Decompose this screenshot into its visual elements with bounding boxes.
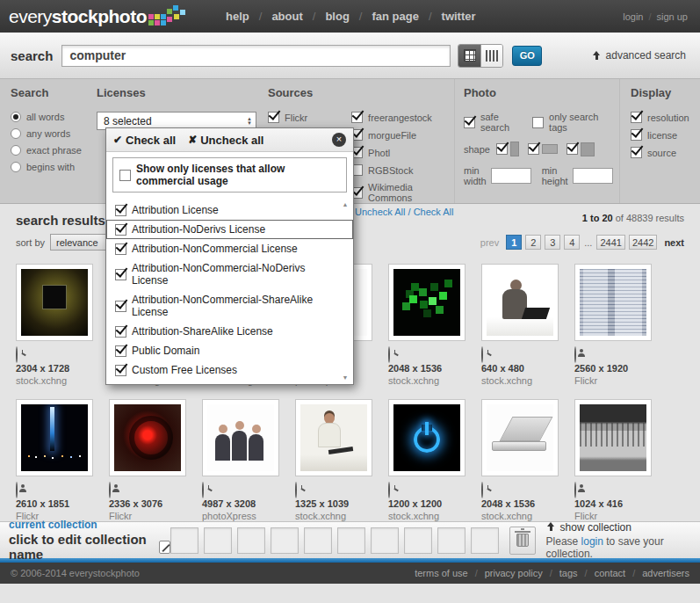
collection-slot[interactable] <box>271 527 299 554</box>
logo[interactable]: everystockphoto <box>9 3 189 31</box>
search-input[interactable] <box>61 45 451 67</box>
prev-page-button[interactable]: prev <box>480 237 499 248</box>
license-attribution-sharealike[interactable]: Attribution-ShareAlike License <box>106 322 353 341</box>
safe-search-checkbox[interactable]: safe search <box>464 112 523 133</box>
source-freerangestock[interactable]: freerangestock <box>351 112 454 123</box>
thumb-circuit-board <box>21 269 88 336</box>
license-list-scrollbar[interactable]: ▲ ▼ <box>340 201 350 381</box>
checkbox-icon <box>115 301 126 312</box>
collection-slot[interactable] <box>337 527 365 554</box>
footer-advertisers[interactable]: advertisers <box>642 568 689 578</box>
result-thumbnail[interactable] <box>574 399 652 476</box>
trash-button[interactable] <box>509 527 536 555</box>
portrait-shape-icon <box>510 142 519 156</box>
nav-twitter[interactable]: twitter <box>442 10 476 23</box>
check-all-button[interactable]: ✔Check all <box>113 134 176 147</box>
filter-display-title: Display <box>631 86 700 99</box>
pagination-ellipsis: ... <box>584 237 592 248</box>
shape-square-checkbox[interactable] <box>566 143 578 155</box>
advanced-search-icon <box>592 51 602 61</box>
radio-begins-with[interactable]: begins with <box>11 162 97 172</box>
close-icon[interactable]: × <box>332 133 346 147</box>
collection-slot[interactable] <box>404 527 432 554</box>
result-thumbnail[interactable] <box>388 399 465 476</box>
landscape-shape-icon <box>542 144 558 154</box>
page-button-4[interactable]: 4 <box>564 235 580 250</box>
result-thumbnail[interactable] <box>481 399 559 476</box>
license-attribution-noncommercial-sharealike[interactable]: Attribution-NonCommercial-ShareAlike Lic… <box>106 290 353 322</box>
source-flickr[interactable]: Flickr <box>268 112 351 123</box>
footer-links: terms of use privacy policy tags contact… <box>415 568 689 578</box>
radio-all-words[interactable]: all words <box>11 112 97 122</box>
advanced-search-link[interactable]: advanced search <box>592 49 686 62</box>
license-attribution-noderivs[interactable]: Attribution-NoDerivs License <box>106 220 353 239</box>
shape-portrait-checkbox[interactable] <box>496 143 508 155</box>
page-button-2442[interactable]: 2442 <box>629 235 657 250</box>
footer-privacy[interactable]: privacy policy <box>485 568 559 578</box>
license-attribution-noncommercial-noderivs[interactable]: Attribution-NonCommercial-NoDerivs Licen… <box>106 258 353 290</box>
source-morguefile[interactable]: morgueFile <box>351 129 454 141</box>
page-button-3[interactable]: 3 <box>545 235 560 250</box>
display-resolution-checkbox[interactable]: resolution <box>631 112 700 123</box>
next-page-button[interactable]: next <box>664 237 684 248</box>
min-width-input[interactable] <box>491 168 531 184</box>
footer-tags[interactable]: tags <box>559 568 595 578</box>
radio-any-words[interactable]: any words <box>11 128 97 139</box>
page-button-2441[interactable]: 2441 <box>596 235 624 250</box>
collection-slot[interactable] <box>371 527 399 554</box>
result-thumbnail[interactable] <box>202 399 279 476</box>
only-search-tags-checkbox[interactable]: only search tags <box>532 112 610 133</box>
edit-collection-name[interactable]: click to edit collection name <box>9 532 170 562</box>
signup-link[interactable]: sign up <box>657 11 688 22</box>
source-rgbstock[interactable]: RGBStock <box>351 164 454 176</box>
nav-help[interactable]: help <box>226 10 271 23</box>
shape-landscape-checkbox[interactable] <box>528 143 539 155</box>
footer-contact[interactable]: contact <box>595 568 643 578</box>
collection-slot[interactable] <box>204 527 232 554</box>
top-bar: everystockphoto help about blog fan page… <box>0 0 700 33</box>
scroll-up-icon[interactable]: ▲ <box>343 201 349 207</box>
radio-exact-phrase[interactable]: exact phrase <box>11 145 97 156</box>
commercial-only-checkbox[interactable]: Show only licenses that allow commercial… <box>112 157 347 193</box>
result-thumbnail[interactable] <box>295 399 372 476</box>
collection-slot[interactable] <box>170 527 198 554</box>
edit-pencil-icon[interactable] <box>159 541 170 554</box>
source-wikimedia-commons[interactable]: Wikimedia Commons <box>351 182 454 203</box>
nav-blog[interactable]: blog <box>325 10 372 23</box>
uncheck-all-button[interactable]: ✘Uncheck all <box>188 134 263 147</box>
login-link[interactable]: login <box>581 535 603 548</box>
show-collection-link[interactable]: show collection <box>546 521 691 534</box>
check-icon: ✔ <box>113 134 122 146</box>
footer-terms[interactable]: terms of use <box>415 568 485 578</box>
min-height-input[interactable] <box>573 168 613 184</box>
list-view-button[interactable] <box>480 45 502 67</box>
collection-slot[interactable] <box>237 527 265 554</box>
license-custom-free[interactable]: Custom Free Licenses <box>106 360 353 380</box>
scroll-down-icon[interactable]: ▼ <box>343 374 349 381</box>
result-thumbnail[interactable] <box>109 399 186 476</box>
checkbox-icon <box>631 147 642 158</box>
result-thumbnail[interactable] <box>481 264 559 341</box>
collection-slot[interactable] <box>304 527 332 554</box>
result-thumbnail[interactable] <box>16 399 93 476</box>
display-license-checkbox[interactable]: license <box>631 129 700 141</box>
license-attribution-noncommercial[interactable]: Attribution-NonCommercial License <box>106 239 353 258</box>
result-thumbnail[interactable] <box>388 264 465 341</box>
display-source-checkbox[interactable]: source <box>631 147 700 158</box>
login-link[interactable]: login <box>623 11 643 22</box>
thumb-business-team <box>207 404 274 471</box>
page-button-2[interactable]: 2 <box>525 235 541 250</box>
license-public-domain[interactable]: Public Domain <box>106 341 353 360</box>
grid-view-button[interactable] <box>458 45 480 67</box>
nav-fan-page[interactable]: fan page <box>372 10 441 23</box>
collection-slot[interactable] <box>437 527 465 554</box>
nav-about[interactable]: about <box>271 10 325 23</box>
go-button[interactable]: GO <box>512 46 542 66</box>
sources-uncheck-check-link[interactable]: Uncheck All / Check All <box>355 207 454 217</box>
source-photl[interactable]: Photl <box>351 147 454 158</box>
result-thumbnail[interactable] <box>16 264 93 341</box>
license-attribution[interactable]: Attribution License <box>106 200 353 220</box>
collection-slot[interactable] <box>471 527 499 554</box>
page-button-1[interactable]: 1 <box>506 235 522 250</box>
result-thumbnail[interactable] <box>574 264 652 341</box>
